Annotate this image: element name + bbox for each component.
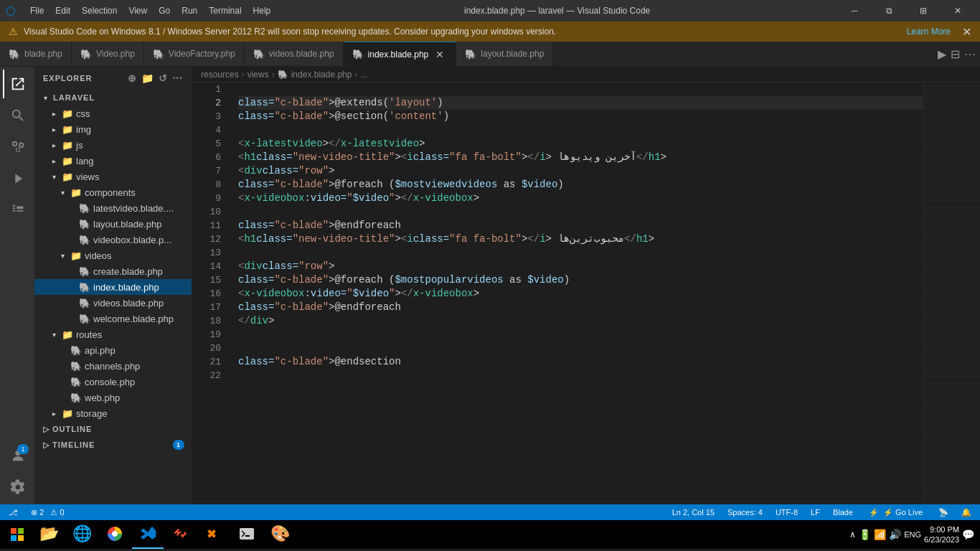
tree-item-console-php[interactable]: 🐘console.php bbox=[34, 374, 192, 390]
encoding[interactable]: UTF-8 bbox=[773, 504, 801, 520]
new-file-icon[interactable]: ⊕ bbox=[128, 72, 137, 84]
breadcrumb-resources[interactable]: resources bbox=[201, 70, 239, 80]
code-line-8[interactable]: class="c-blade">@foreach ($mostviewedvid… bbox=[238, 178, 923, 192]
code-line-16[interactable]: <x-videobox :video="$video"></x-videobox… bbox=[238, 287, 923, 301]
taskbar-fileexplorer[interactable]: 📂 bbox=[33, 520, 65, 549]
taskbar-chrome[interactable] bbox=[99, 520, 131, 549]
activity-source-control[interactable] bbox=[3, 133, 32, 161]
code-line-7[interactable]: <div class="row"> bbox=[238, 164, 923, 178]
learn-more-link[interactable]: Learn More bbox=[907, 27, 951, 37]
tree-item-create-blade-php[interactable]: 🐘create.blade.php bbox=[34, 263, 192, 279]
new-folder-icon[interactable]: 📁 bbox=[141, 72, 154, 84]
taskbar-terminal[interactable] bbox=[231, 520, 263, 549]
taskbar-clock[interactable]: 9:00 PM 6/23/2023 bbox=[924, 524, 959, 545]
menu-help[interactable]: Help bbox=[248, 3, 277, 19]
activity-explorer[interactable] bbox=[3, 70, 32, 98]
code-line-4[interactable] bbox=[238, 123, 923, 137]
start-button[interactable] bbox=[3, 520, 32, 549]
taskbar-xampp[interactable]: ✖ bbox=[198, 520, 230, 549]
indentation[interactable]: Spaces: 4 bbox=[725, 504, 765, 520]
menu-view[interactable]: View bbox=[123, 3, 153, 19]
language-mode[interactable]: Blade bbox=[830, 504, 856, 520]
tree-item-latestvideo-blade----[interactable]: 🐘latestvideo.blade.... bbox=[34, 200, 192, 216]
menu-run[interactable]: Run bbox=[176, 3, 203, 19]
tab-index-blade-php[interactable]: 🐘index.blade.php✕ bbox=[344, 42, 457, 66]
code-line-13[interactable] bbox=[238, 246, 923, 260]
go-live-button[interactable]: ⚡ ⚡ Go Live bbox=[863, 504, 928, 520]
tree-item-laravel[interactable]: ▾LARAVEL bbox=[34, 90, 192, 105]
more-actions-icon[interactable]: ⋯ bbox=[964, 47, 976, 61]
tree-item-components[interactable]: ▾📁components bbox=[34, 184, 192, 200]
menu-terminal[interactable]: Terminal bbox=[203, 3, 247, 19]
code-line-5[interactable]: <x-latestvideo></x-latestvideo> bbox=[238, 137, 923, 151]
taskbar-colorapp[interactable]: 🎨 bbox=[264, 520, 296, 549]
code-line-6[interactable]: <h1 class="new-video-title"><i class="fa… bbox=[238, 151, 923, 164]
refresh-icon[interactable]: ↺ bbox=[159, 72, 168, 84]
line-ending[interactable]: LF bbox=[808, 504, 823, 520]
activity-extensions[interactable] bbox=[3, 196, 32, 225]
tree-item-api-php[interactable]: 🐘api.php bbox=[34, 342, 192, 358]
outline-section[interactable]: ▷ OUTLINE bbox=[34, 421, 192, 437]
code-line-20[interactable] bbox=[238, 342, 923, 355]
code-line-10[interactable] bbox=[238, 205, 923, 219]
code-area[interactable]: class="c-blade">@extends('layout') class… bbox=[227, 83, 923, 504]
tree-item-storage[interactable]: ▸📁storage bbox=[34, 405, 192, 421]
tree-item-videos[interactable]: ▾📁videos bbox=[34, 248, 192, 263]
code-line-9[interactable]: <x-videobox :video="$video"></x-videobox… bbox=[238, 192, 923, 205]
activity-settings[interactable] bbox=[3, 473, 32, 501]
tree-item-web-php[interactable]: 🐘web.php bbox=[34, 390, 192, 405]
remote-icon[interactable]: ⎇ bbox=[6, 504, 21, 520]
code-line-17[interactable]: class="c-blade">@endforeach bbox=[238, 301, 923, 314]
taskbar-chevron[interactable]: ∧ bbox=[849, 529, 856, 540]
errors-warnings[interactable]: ⊗ 2 ⚠ 0 bbox=[28, 504, 67, 520]
code-line-1[interactable] bbox=[238, 83, 923, 96]
broadcast-icon[interactable]: 📡 bbox=[936, 504, 951, 520]
tab-close-index-blade-php[interactable]: ✕ bbox=[433, 47, 447, 62]
breadcrumb-symbol[interactable]: ... bbox=[360, 70, 367, 80]
tab-blade-php[interactable]: 🐘blade.php bbox=[0, 42, 72, 66]
menu-file[interactable]: File bbox=[24, 3, 50, 19]
code-line-22[interactable] bbox=[238, 369, 923, 382]
breadcrumb-filename[interactable]: index.blade.php bbox=[291, 70, 352, 80]
tab-videofactory-php[interactable]: 🐘VideoFactory.php bbox=[144, 42, 245, 66]
code-line-11[interactable]: class="c-blade">@endforeach bbox=[238, 219, 923, 232]
code-line-15[interactable]: class="c-blade">@foreach ($mostpopularvi… bbox=[238, 273, 923, 287]
restore-button[interactable]: ⧉ bbox=[872, 0, 905, 22]
tree-item-welcome-blade-php[interactable]: 🐘welcome.blade.php bbox=[34, 311, 192, 326]
split-editor-icon[interactable]: ⊟ bbox=[951, 47, 960, 61]
collapse-all-icon[interactable]: ⋯ bbox=[172, 72, 183, 84]
timeline-section[interactable]: ▷ TIMELINE 1 bbox=[34, 437, 192, 453]
menu-selection[interactable]: Selection bbox=[76, 3, 123, 19]
code-line-19[interactable] bbox=[238, 328, 923, 342]
taskbar-git[interactable] bbox=[165, 520, 197, 549]
activity-accounts[interactable]: 1 bbox=[3, 441, 32, 470]
tree-item-videobox-blade-p---[interactable]: 🐘videobox.blade.p... bbox=[34, 232, 192, 248]
notification-bell[interactable]: 🔔 bbox=[958, 504, 974, 520]
code-line-12[interactable]: <h1 class="new-video-title"><i class="fa… bbox=[238, 232, 923, 246]
tab-video-php[interactable]: 🐘Video.php bbox=[72, 42, 144, 66]
taskbar-ie[interactable]: 🌐 bbox=[66, 520, 98, 549]
tree-item-lang[interactable]: ▸📁lang bbox=[34, 153, 192, 169]
code-line-18[interactable]: </div> bbox=[238, 314, 923, 328]
code-line-14[interactable]: <div class="row"> bbox=[238, 260, 923, 273]
close-button[interactable]: ✕ bbox=[941, 0, 974, 22]
cursor-position[interactable]: Ln 2, Col 15 bbox=[669, 504, 717, 520]
taskbar-lang[interactable]: ENG bbox=[904, 530, 921, 539]
tab-videos-blade-php[interactable]: 🐘videos.blade.php bbox=[245, 42, 344, 66]
activity-search[interactable] bbox=[3, 101, 32, 130]
code-line-2[interactable]: class="c-blade">@extends('layout') bbox=[238, 96, 923, 110]
tree-item-channels-php[interactable]: 🐘channels.php bbox=[34, 358, 192, 374]
activity-run[interactable] bbox=[3, 164, 32, 193]
layout-button[interactable]: ⊞ bbox=[907, 0, 940, 22]
code-line-3[interactable]: class="c-blade">@section('content') bbox=[238, 110, 923, 123]
breadcrumb-views[interactable]: views bbox=[248, 70, 269, 80]
run-icon[interactable]: ▶ bbox=[938, 47, 946, 61]
tree-item-js[interactable]: ▸📁js bbox=[34, 137, 192, 153]
menu-go[interactable]: Go bbox=[153, 3, 176, 19]
minimize-button[interactable]: ─ bbox=[838, 0, 871, 22]
tab-layout-blade-php[interactable]: 🐘layout.blade.php bbox=[456, 42, 553, 66]
tree-item-css[interactable]: ▸📁css bbox=[34, 105, 192, 121]
warning-close-button[interactable]: ✕ bbox=[962, 25, 971, 39]
menu-edit[interactable]: Edit bbox=[50, 3, 76, 19]
tree-item-routes[interactable]: ▾📁routes bbox=[34, 326, 192, 342]
